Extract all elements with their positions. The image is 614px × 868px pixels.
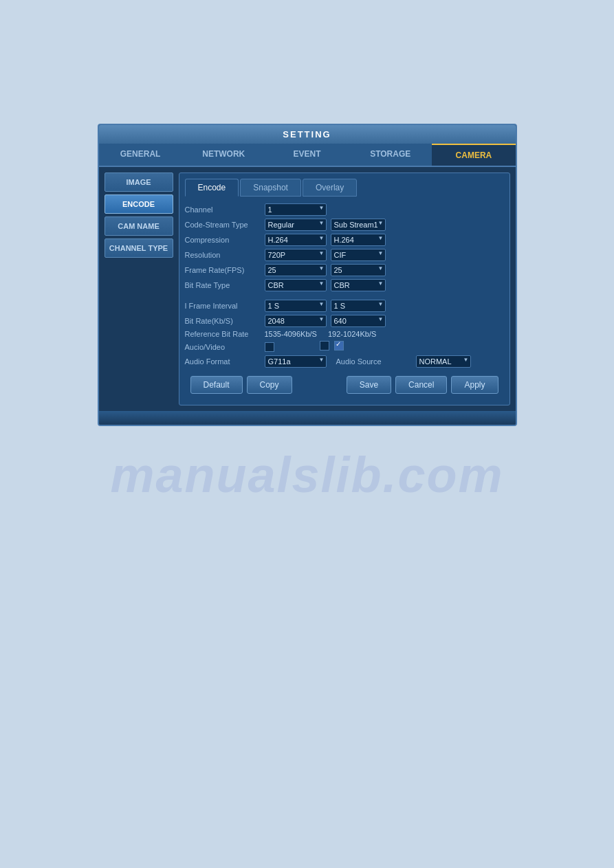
resolution-left-select[interactable]: 720P xyxy=(265,249,327,261)
content-area: IMAGE ENCODE CAM NAME CHANNEL TYPE Encod… xyxy=(99,167,516,411)
copy-button[interactable]: Copy xyxy=(247,376,292,394)
resolution-label: Resolution xyxy=(185,251,261,259)
bitrate-type-right-wrapper: CBR xyxy=(331,279,386,291)
save-button[interactable]: Save xyxy=(347,376,391,394)
compression-right-wrapper: H.264 xyxy=(331,234,386,246)
footer xyxy=(99,411,516,425)
channel-row: Channel 1 xyxy=(185,203,504,216)
compression-label: Compression xyxy=(185,236,261,244)
iframe-right-wrapper: 1 S xyxy=(331,300,386,312)
tab-general[interactable]: GENERAL xyxy=(99,144,182,166)
sidebar-btn-cam-name[interactable]: CAM NAME xyxy=(105,216,173,236)
bitrate-type-left-select[interactable]: CBR xyxy=(265,279,327,291)
channel-label: Channel xyxy=(185,205,261,214)
substream-select[interactable]: Sub Stream1 xyxy=(331,219,386,231)
tab-storage[interactable]: STORAGE xyxy=(349,144,432,166)
main-window: SETTING GENERAL NETWORK EVENT STORAGE CA… xyxy=(98,124,517,426)
compression-left-select[interactable]: H.264 xyxy=(265,234,327,246)
bitrate-type-label: Bit Rate Type xyxy=(185,281,261,289)
compression-left-wrapper: H.264 xyxy=(265,234,327,246)
channel-select-wrapper: 1 xyxy=(265,203,327,216)
bitrate-type-right-select[interactable]: CBR xyxy=(331,279,386,291)
subtab-snapshot[interactable]: Snapshot xyxy=(240,179,301,197)
tab-camera[interactable]: CAMERA xyxy=(432,144,515,166)
framerate-row: Frame Rate(FPS) 25 25 xyxy=(185,264,504,276)
bitrate-left-wrapper: 2048 xyxy=(265,315,327,327)
codestream-label: Code-Stream Type xyxy=(185,221,261,229)
tab-network[interactable]: NETWORK xyxy=(182,144,265,166)
sidebar: IMAGE ENCODE CAM NAME CHANNEL TYPE xyxy=(105,173,173,405)
title-bar: SETTING xyxy=(99,125,516,144)
audio-video-label: Aucio/Video xyxy=(185,343,261,351)
bitrate-right-select[interactable]: 640 xyxy=(331,315,386,327)
audio-video-checkbox-left[interactable] xyxy=(265,342,274,352)
bitrate-type-row: Bit Rate Type CBR CBR xyxy=(185,279,504,291)
bitrate-left-select[interactable]: 2048 xyxy=(265,315,327,327)
bitrate-label: Bit Rate(Kb/S) xyxy=(185,317,261,325)
compression-row: Compression H.264 H.264 xyxy=(185,234,504,246)
ref-bitrate-right-value: 192-1024Kb/S xyxy=(328,330,376,338)
bottom-bar: Default Copy Save Cancel Apply xyxy=(185,370,504,399)
channel-select[interactable]: 1 xyxy=(265,203,327,216)
subtab-overlay[interactable]: Overlay xyxy=(303,179,357,197)
sidebar-btn-encode[interactable]: ENCODE xyxy=(105,194,173,214)
audio-source-select[interactable]: NORMAL xyxy=(416,355,471,368)
iframe-left-wrapper: 1 S xyxy=(265,300,327,312)
cancel-button[interactable]: Cancel xyxy=(395,376,447,394)
iframe-left-select[interactable]: 1 S xyxy=(265,300,327,312)
bitrate-right-wrapper: 640 xyxy=(331,315,386,327)
ref-bitrate-left-value: 1535-4096Kb/S xyxy=(265,330,317,338)
ref-bitrate-row: Reference Bit Rate 1535-4096Kb/S 192-102… xyxy=(185,330,504,338)
audio-video-checkbox-right-empty[interactable] xyxy=(320,341,329,350)
resolution-left-wrapper: 720P xyxy=(265,249,327,261)
framerate-left-select[interactable]: 25 xyxy=(265,264,327,276)
resolution-right-wrapper: CIF xyxy=(331,249,386,261)
sidebar-btn-image[interactable]: IMAGE xyxy=(105,173,173,192)
compression-right-select[interactable]: H.264 xyxy=(331,234,386,246)
resolution-right-select[interactable]: CIF xyxy=(331,249,386,261)
resolution-row: Resolution 720P CIF xyxy=(185,249,504,261)
codestream-select[interactable]: Regular xyxy=(265,219,327,231)
iframe-right-select[interactable]: 1 S xyxy=(331,300,386,312)
ref-bitrate-label: Reference Bit Rate xyxy=(185,330,261,338)
nav-tabs: GENERAL NETWORK EVENT STORAGE CAMERA xyxy=(99,144,516,167)
audio-source-label: Audio Source xyxy=(336,357,412,366)
framerate-left-wrapper: 25 xyxy=(265,264,327,276)
codestream-select-wrapper: Regular xyxy=(265,219,327,231)
bitrate-row: Bit Rate(Kb/S) 2048 640 xyxy=(185,315,504,327)
bottom-right-buttons: Save Cancel Apply xyxy=(347,376,498,394)
codestream-row: Code-Stream Type Regular Sub Stream1 xyxy=(185,219,504,231)
sub-tabs: Encode Snapshot Overlay xyxy=(185,179,504,197)
audio-video-right-group xyxy=(320,341,344,353)
framerate-right-wrapper: 25 xyxy=(331,264,386,276)
main-panel: Encode Snapshot Overlay Channel 1 Code-S… xyxy=(179,173,510,405)
iframe-row: I Frame Interval 1 S 1 S xyxy=(185,300,504,312)
framerate-label: Frame Rate(FPS) xyxy=(185,266,261,274)
subtab-encode[interactable]: Encode xyxy=(185,179,239,197)
audio-source-wrapper: NORMAL xyxy=(416,355,471,368)
iframe-label: I Frame Interval xyxy=(185,302,261,310)
window-title: SETTING xyxy=(283,129,331,140)
sidebar-btn-channel-type[interactable]: CHANNEL TYPE xyxy=(105,238,173,258)
substream-select-wrapper: Sub Stream1 xyxy=(331,219,386,231)
audio-format-label: Audio Format xyxy=(185,357,261,366)
bottom-left-buttons: Default Copy xyxy=(190,376,292,394)
audio-video-row: Aucio/Video xyxy=(185,341,504,353)
audio-format-select[interactable]: G711a xyxy=(265,355,327,368)
apply-button[interactable]: Apply xyxy=(451,376,498,394)
framerate-right-select[interactable]: 25 xyxy=(331,264,386,276)
bitrate-type-left-wrapper: CBR xyxy=(265,279,327,291)
audio-format-row: Audio Format G711a Audio Source NORMAL xyxy=(185,355,504,368)
default-button[interactable]: Default xyxy=(190,376,243,394)
audio-video-checkbox-right-checked[interactable] xyxy=(334,341,344,350)
tab-event[interactable]: EVENT xyxy=(265,144,349,166)
audio-format-wrapper: G711a xyxy=(265,355,327,368)
